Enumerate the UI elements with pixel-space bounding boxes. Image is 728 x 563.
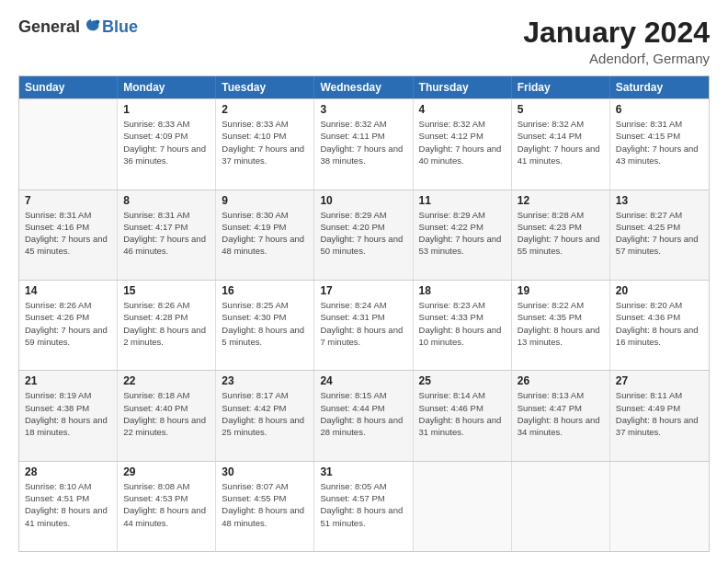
calendar-cell: 15Sunrise: 8:26 AMSunset: 4:28 PMDayligh… <box>118 281 216 370</box>
calendar-cell: 27Sunrise: 8:11 AMSunset: 4:49 PMDayligh… <box>610 371 709 460</box>
day-number: 30 <box>222 465 308 478</box>
day-info: Sunrise: 8:13 AMSunset: 4:47 PMDaylight:… <box>518 389 604 438</box>
calendar-cell: 4Sunrise: 8:32 AMSunset: 4:12 PMDaylight… <box>414 99 512 189</box>
day-number: 10 <box>320 194 406 207</box>
calendar-week-1: 1Sunrise: 8:33 AMSunset: 4:09 PMDaylight… <box>19 98 709 189</box>
day-number: 7 <box>25 194 111 207</box>
day-number: 6 <box>616 103 703 116</box>
calendar-body: 1Sunrise: 8:33 AMSunset: 4:09 PMDaylight… <box>19 98 709 551</box>
calendar-cell: 7Sunrise: 8:31 AMSunset: 4:16 PMDaylight… <box>19 190 118 280</box>
header-day-thursday: Thursday <box>414 76 512 98</box>
day-number: 17 <box>320 284 406 297</box>
day-info: Sunrise: 8:31 AMSunset: 4:15 PMDaylight:… <box>616 118 703 167</box>
day-number: 18 <box>419 284 506 297</box>
day-number: 14 <box>25 284 111 297</box>
calendar-cell: 10Sunrise: 8:29 AMSunset: 4:20 PMDayligh… <box>314 190 413 280</box>
day-info: Sunrise: 8:31 AMSunset: 4:17 PMDaylight:… <box>123 209 210 258</box>
calendar-cell: 14Sunrise: 8:26 AMSunset: 4:26 PMDayligh… <box>19 281 118 370</box>
location-title: Adendorf, Germany <box>523 51 710 66</box>
day-info: Sunrise: 8:19 AMSunset: 4:38 PMDaylight:… <box>25 389 111 438</box>
day-info: Sunrise: 8:11 AMSunset: 4:49 PMDaylight:… <box>616 389 703 438</box>
day-number: 11 <box>419 194 506 207</box>
day-number: 15 <box>123 284 210 297</box>
day-number: 20 <box>616 284 703 297</box>
calendar: SundayMondayTuesdayWednesdayThursdayFrid… <box>18 75 710 552</box>
day-number: 16 <box>222 284 308 297</box>
day-number: 25 <box>419 374 506 387</box>
day-info: Sunrise: 8:26 AMSunset: 4:28 PMDaylight:… <box>123 299 210 348</box>
logo: General Blue <box>18 17 138 37</box>
day-info: Sunrise: 8:29 AMSunset: 4:20 PMDaylight:… <box>320 209 406 258</box>
day-number: 27 <box>616 374 703 387</box>
calendar-cell: 29Sunrise: 8:08 AMSunset: 4:53 PMDayligh… <box>118 462 216 551</box>
calendar-cell: 24Sunrise: 8:15 AMSunset: 4:44 PMDayligh… <box>314 371 413 460</box>
day-info: Sunrise: 8:32 AMSunset: 4:14 PMDaylight:… <box>518 118 604 167</box>
day-number: 26 <box>518 374 604 387</box>
day-info: Sunrise: 8:23 AMSunset: 4:33 PMDaylight:… <box>419 299 506 348</box>
logo-bird-icon <box>82 17 102 37</box>
day-info: Sunrise: 8:07 AMSunset: 4:55 PMDaylight:… <box>222 480 308 529</box>
day-number: 22 <box>123 374 210 387</box>
day-number: 4 <box>419 103 506 116</box>
day-info: Sunrise: 8:32 AMSunset: 4:11 PMDaylight:… <box>320 118 406 167</box>
day-number: 23 <box>222 374 308 387</box>
calendar-cell: 1Sunrise: 8:33 AMSunset: 4:09 PMDaylight… <box>118 99 216 189</box>
calendar-cell: 16Sunrise: 8:25 AMSunset: 4:30 PMDayligh… <box>216 281 314 370</box>
day-number: 2 <box>222 103 308 116</box>
month-title: January 2024 <box>523 17 710 49</box>
calendar-week-4: 21Sunrise: 8:19 AMSunset: 4:38 PMDayligh… <box>19 370 709 460</box>
day-info: Sunrise: 8:20 AMSunset: 4:36 PMDaylight:… <box>616 299 703 348</box>
day-number: 19 <box>518 284 604 297</box>
calendar-cell <box>414 462 512 551</box>
calendar-week-3: 14Sunrise: 8:26 AMSunset: 4:26 PMDayligh… <box>19 280 709 370</box>
title-block: January 2024 Adendorf, Germany <box>523 17 710 66</box>
logo-blue-text: Blue <box>102 17 138 37</box>
calendar-cell: 30Sunrise: 8:07 AMSunset: 4:55 PMDayligh… <box>216 462 314 551</box>
day-number: 8 <box>123 194 210 207</box>
day-number: 3 <box>320 103 406 116</box>
day-info: Sunrise: 8:29 AMSunset: 4:22 PMDaylight:… <box>419 209 506 258</box>
calendar-cell: 28Sunrise: 8:10 AMSunset: 4:51 PMDayligh… <box>19 462 118 551</box>
day-number: 24 <box>320 374 406 387</box>
day-number: 31 <box>320 465 406 478</box>
day-number: 28 <box>25 465 111 478</box>
calendar-cell: 9Sunrise: 8:30 AMSunset: 4:19 PMDaylight… <box>216 190 314 280</box>
calendar-cell: 5Sunrise: 8:32 AMSunset: 4:14 PMDaylight… <box>512 99 610 189</box>
calendar-cell: 11Sunrise: 8:29 AMSunset: 4:22 PMDayligh… <box>414 190 512 280</box>
header-day-monday: Monday <box>118 76 216 98</box>
calendar-cell: 8Sunrise: 8:31 AMSunset: 4:17 PMDaylight… <box>118 190 216 280</box>
day-info: Sunrise: 8:33 AMSunset: 4:09 PMDaylight:… <box>123 118 210 167</box>
calendar-header: SundayMondayTuesdayWednesdayThursdayFrid… <box>19 76 709 98</box>
calendar-cell: 31Sunrise: 8:05 AMSunset: 4:57 PMDayligh… <box>314 462 413 551</box>
day-number: 21 <box>25 374 111 387</box>
calendar-cell: 3Sunrise: 8:32 AMSunset: 4:11 PMDaylight… <box>314 99 413 189</box>
day-number: 1 <box>123 103 210 116</box>
calendar-cell <box>19 99 118 189</box>
day-info: Sunrise: 8:05 AMSunset: 4:57 PMDaylight:… <box>320 480 406 529</box>
calendar-cell: 22Sunrise: 8:18 AMSunset: 4:40 PMDayligh… <box>118 371 216 460</box>
day-number: 29 <box>123 465 210 478</box>
day-info: Sunrise: 8:33 AMSunset: 4:10 PMDaylight:… <box>222 118 308 167</box>
day-info: Sunrise: 8:27 AMSunset: 4:25 PMDaylight:… <box>616 209 703 258</box>
calendar-cell: 23Sunrise: 8:17 AMSunset: 4:42 PMDayligh… <box>216 371 314 460</box>
day-info: Sunrise: 8:31 AMSunset: 4:16 PMDaylight:… <box>25 209 111 258</box>
day-number: 5 <box>518 103 604 116</box>
calendar-cell: 21Sunrise: 8:19 AMSunset: 4:38 PMDayligh… <box>19 371 118 460</box>
header: General Blue January 2024 Adendorf, Germ… <box>18 17 710 66</box>
day-info: Sunrise: 8:15 AMSunset: 4:44 PMDaylight:… <box>320 389 406 438</box>
calendar-cell: 18Sunrise: 8:23 AMSunset: 4:33 PMDayligh… <box>414 281 512 370</box>
calendar-cell: 6Sunrise: 8:31 AMSunset: 4:15 PMDaylight… <box>610 99 709 189</box>
day-info: Sunrise: 8:22 AMSunset: 4:35 PMDaylight:… <box>518 299 604 348</box>
day-number: 13 <box>616 194 703 207</box>
day-info: Sunrise: 8:10 AMSunset: 4:51 PMDaylight:… <box>25 480 111 529</box>
day-info: Sunrise: 8:14 AMSunset: 4:46 PMDaylight:… <box>419 389 506 438</box>
calendar-cell: 26Sunrise: 8:13 AMSunset: 4:47 PMDayligh… <box>512 371 610 460</box>
day-info: Sunrise: 8:26 AMSunset: 4:26 PMDaylight:… <box>25 299 111 348</box>
header-day-saturday: Saturday <box>610 76 709 98</box>
day-number: 9 <box>222 194 308 207</box>
calendar-cell: 13Sunrise: 8:27 AMSunset: 4:25 PMDayligh… <box>610 190 709 280</box>
header-day-tuesday: Tuesday <box>216 76 314 98</box>
header-day-friday: Friday <box>512 76 610 98</box>
calendar-cell: 17Sunrise: 8:24 AMSunset: 4:31 PMDayligh… <box>314 281 413 370</box>
day-number: 12 <box>518 194 604 207</box>
